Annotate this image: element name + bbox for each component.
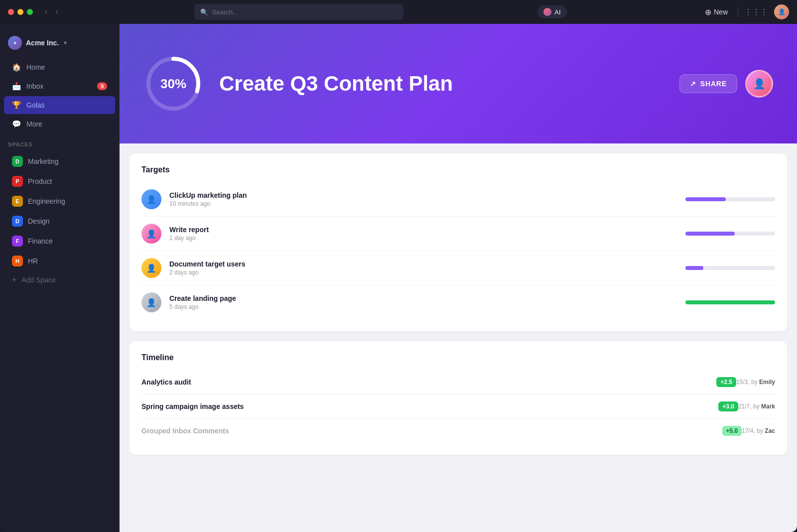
- new-button[interactable]: ⊕ New: [701, 5, 732, 19]
- progress-bar-4: [685, 300, 775, 304]
- sidebar: ✦ Acme Inc. ▾ 🏠 Home 📩 Inbox 9 🏆 Golas 💬…: [0, 24, 120, 532]
- sidebar-item-design[interactable]: D Design: [4, 212, 115, 231]
- timeline-item-2: Spring campaign image assets +3.0 21/7, …: [141, 395, 775, 419]
- space-dot-hr: H: [12, 256, 23, 266]
- timeline-name-1: Analytics audit: [141, 378, 711, 386]
- target-time-2: 1 day ago: [169, 235, 677, 242]
- timeline-badge-3: +5.0: [722, 426, 742, 436]
- sidebar-item-finance[interactable]: F Finance: [4, 232, 115, 251]
- add-space-button[interactable]: + Add Space: [4, 271, 115, 288]
- new-plus-icon: ⊕: [705, 7, 711, 17]
- target-avatar-3: 👤: [141, 258, 161, 278]
- sidebar-item-engineering[interactable]: E Engineering: [4, 192, 115, 211]
- divider: [738, 7, 738, 17]
- inbox-badge: 9: [97, 82, 107, 90]
- hero-user-avatar[interactable]: 👤: [745, 70, 773, 98]
- target-time-3: 2 days ago: [169, 269, 677, 276]
- timeline-by-2: by: [753, 403, 760, 410]
- timeline-date-2: 21/7: [738, 403, 750, 410]
- timeline-title: Timeline: [141, 353, 775, 362]
- forward-button[interactable]: ›: [53, 6, 60, 17]
- space-label-hr: HR: [28, 257, 38, 265]
- target-time-4: 5 days ago: [169, 303, 677, 310]
- share-button[interactable]: ↗ SHARE: [679, 74, 737, 93]
- target-avatar-4: 👤: [141, 292, 161, 312]
- target-item-4: 👤 Create landing page 5 days ago: [141, 285, 775, 319]
- ai-icon: [543, 8, 551, 16]
- sidebar-item-inbox[interactable]: 📩 Inbox 9: [4, 77, 115, 95]
- sidebar-item-marketing[interactable]: D Marketing: [4, 152, 115, 171]
- sidebar-item-goals[interactable]: 🏆 Golas: [4, 96, 115, 114]
- timeline-meta-2: 21/7, by Mark: [738, 403, 775, 410]
- search-bar[interactable]: 🔍: [194, 4, 403, 20]
- timeline-item-3: Grouped Inbox Comments +5.0 17/4, by Zac: [141, 419, 775, 443]
- chevron-down-icon: ▾: [64, 39, 67, 46]
- progress-fill-1: [685, 197, 726, 201]
- close-button[interactable]: [8, 9, 14, 15]
- space-dot-marketing: D: [12, 156, 23, 167]
- back-button[interactable]: ‹: [43, 6, 49, 17]
- progress-bar-2: [685, 232, 775, 236]
- progress-percent: 30%: [160, 76, 186, 92]
- hero-actions: ↗ SHARE 👤: [679, 70, 773, 98]
- space-dot-design: D: [12, 216, 23, 227]
- more-icon: 💬: [12, 120, 21, 129]
- main-content: 30% Create Q3 Content Plan ↗ SHARE 👤 Tar…: [120, 24, 797, 532]
- goals-icon: 🏆: [12, 101, 21, 110]
- target-name-3: Document target users: [169, 260, 677, 268]
- plus-icon: +: [12, 275, 16, 284]
- timeline-date-3: 17/4: [742, 427, 753, 434]
- user-avatar[interactable]: 👤: [774, 4, 789, 19]
- search-icon: 🔍: [200, 8, 208, 16]
- timeline-card: Timeline Analytics audit +2.5 15/3, by E…: [130, 341, 787, 455]
- hero-title: Create Q3 Content Plan: [219, 72, 664, 96]
- hero-banner: 30% Create Q3 Content Plan ↗ SHARE 👤: [120, 24, 797, 143]
- traffic-lights: [8, 9, 33, 15]
- home-icon: 🏠: [12, 63, 21, 72]
- sidebar-item-label: Golas: [26, 101, 45, 109]
- target-avatar-2: 👤: [141, 224, 161, 244]
- timeline-name-3: Grouped Inbox Comments: [141, 427, 717, 435]
- targets-card: Targets 👤 ClickUp marketing plan 10 minu…: [130, 153, 787, 331]
- sidebar-item-home[interactable]: 🏠 Home: [4, 58, 115, 76]
- target-avatar-1: 👤: [141, 189, 161, 209]
- space-label-product: Product: [28, 177, 52, 185]
- sidebar-item-more[interactable]: 💬 More: [4, 115, 115, 133]
- sidebar-item-label: More: [26, 120, 42, 128]
- sidebar-item-hr[interactable]: H HR: [4, 252, 115, 270]
- timeline-date-1: 15/3: [736, 379, 748, 386]
- space-label-finance: Finance: [28, 237, 53, 245]
- space-label-marketing: Marketing: [28, 157, 58, 165]
- progress-ring: 30%: [143, 54, 203, 114]
- workspace-header[interactable]: ✦ Acme Inc. ▾: [0, 32, 119, 58]
- navigation-arrows: ‹ ›: [43, 6, 60, 17]
- topbar: ‹ › 🔍 AI ⊕ New ⋮⋮⋮ 👤: [0, 0, 797, 24]
- targets-title: Targets: [141, 165, 775, 174]
- target-item-1: 👤 ClickUp marketing plan 10 minutes ago: [141, 182, 775, 217]
- space-label-design: Design: [28, 217, 50, 225]
- workspace-logo: ✦: [8, 36, 22, 50]
- space-dot-finance: F: [12, 236, 23, 247]
- target-name-4: Create landing page: [169, 294, 677, 302]
- target-info-1: ClickUp marketing plan 10 minutes ago: [169, 191, 677, 207]
- timeline-badge-1: +2.5: [716, 377, 736, 387]
- timeline-by-1: by: [751, 379, 758, 386]
- sidebar-item-product[interactable]: P Product: [4, 172, 115, 191]
- ai-button[interactable]: AI: [537, 5, 566, 18]
- progress-fill-4: [685, 300, 775, 304]
- maximize-button[interactable]: [27, 9, 33, 15]
- new-label: New: [714, 8, 728, 16]
- timeline-item-1: Analytics audit +2.5 15/3, by Emily: [141, 370, 775, 395]
- search-input[interactable]: [212, 8, 398, 16]
- timeline-meta-3: 17/4, by Zac: [742, 427, 775, 434]
- timeline-badge-2: +3.0: [718, 401, 738, 411]
- grid-icon[interactable]: ⋮⋮⋮: [744, 7, 768, 17]
- target-info-3: Document target users 2 days ago: [169, 260, 677, 276]
- inbox-icon: 📩: [12, 82, 21, 91]
- minimize-button[interactable]: [17, 9, 23, 15]
- timeline-person-3: Zac: [765, 427, 775, 434]
- space-dot-product: P: [12, 176, 23, 187]
- progress-fill-2: [685, 232, 735, 236]
- progress-bar-3: [685, 266, 775, 270]
- timeline-person-1: Emily: [759, 379, 775, 386]
